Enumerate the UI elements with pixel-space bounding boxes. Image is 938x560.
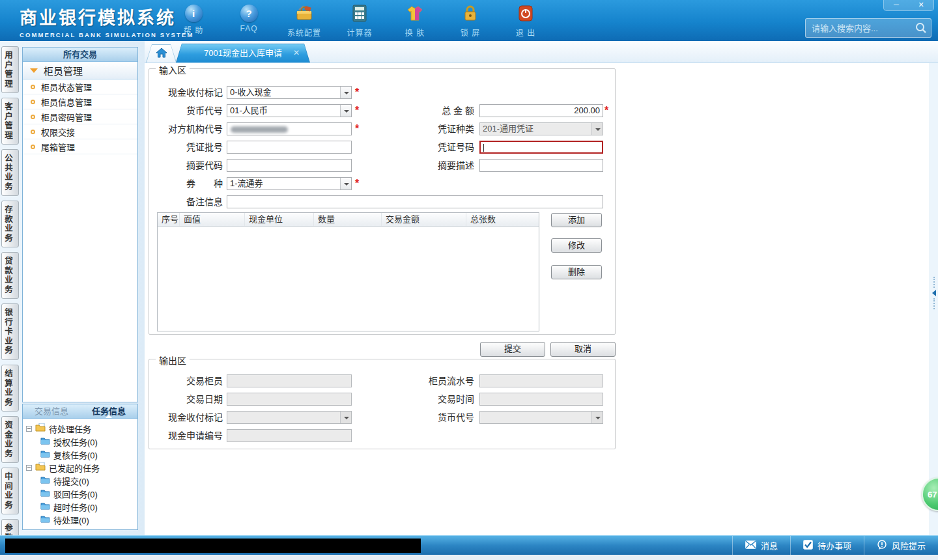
rail-tab-loan-business[interactable]: 贷款业务: [1, 252, 19, 299]
input-voucher-batch[interactable]: [227, 141, 352, 154]
sidebar-item-teller-status[interactable]: 柜员状态管理: [23, 79, 137, 94]
rail-tab-bankcard-business[interactable]: 银行卡业务: [1, 303, 19, 360]
col-cash-unit[interactable]: 现金单位: [245, 213, 314, 226]
close-button[interactable]: ✕: [909, 0, 933, 10]
bullet-ring-icon: [31, 100, 35, 104]
denomination-table[interactable]: 序号 面值 现金单位 数量 交易金额 总张数: [157, 212, 539, 331]
minimize-button[interactable]: ─: [884, 0, 909, 10]
input-section-title: 输入区: [156, 63, 190, 76]
toolbox-icon: [295, 5, 313, 25]
label-summary-code: 摘要代码: [149, 159, 223, 172]
toolbar-help[interactable]: i 帮 助: [175, 5, 212, 38]
toolbar-system-config[interactable]: 系统配置: [285, 5, 323, 38]
chevron-down-icon[interactable]: [340, 178, 351, 189]
power-icon: [517, 5, 534, 25]
select-cash-flag[interactable]: 0-收入现金: [227, 86, 352, 99]
toolbar-calculator[interactable]: 计算器: [341, 5, 378, 38]
global-search: [805, 18, 931, 38]
redacted-value: [231, 126, 288, 133]
modify-button[interactable]: 修改: [551, 238, 602, 253]
add-button[interactable]: 添加: [551, 213, 602, 227]
task-tree: 待处理任务 授权任务(0) 复核任务(0) 已发起的任务 待提交(0): [23, 419, 137, 529]
folder-page-icon: [35, 462, 46, 473]
label-txn-teller: 交易柜员: [149, 374, 223, 387]
input-counterparty-org[interactable]: [227, 122, 352, 135]
timer-badge[interactable]: 67: [922, 477, 938, 511]
tree-node-rejected-tasks[interactable]: 驳回任务(0): [23, 487, 137, 500]
sidebar-item-teller-info[interactable]: 柜员信息管理: [23, 94, 137, 109]
tab-cash-inout-application[interactable]: 7001现金出入库申请 ✕: [176, 44, 310, 63]
col-face-value[interactable]: 面值: [180, 213, 245, 226]
output-section: 输出区 交易柜员 交易日期 现金收付标记 现金申请编号 柜员流水号 交易时间 货…: [149, 359, 616, 449]
tree-node-to-submit[interactable]: 待提交(0): [23, 474, 137, 487]
select-note-type[interactable]: 1-流通券: [227, 177, 352, 190]
search-icon[interactable]: [915, 22, 927, 36]
collapse-minus-icon[interactable]: [26, 426, 32, 432]
rail-tab-user-mgmt[interactable]: 用户管理: [1, 46, 19, 93]
folder-icon: [40, 515, 50, 525]
label-counterparty-org: 对方机构代号: [149, 122, 223, 135]
tree-node-timeout-tasks[interactable]: 超时任务(0): [23, 500, 137, 513]
sidebar-section-teller-mgmt[interactable]: 柜员管理: [23, 62, 137, 79]
rail-tab-customer-mgmt[interactable]: 客户管理: [1, 98, 19, 145]
tree-node-pending-tasks[interactable]: 待处理任务: [23, 422, 137, 435]
status-messages[interactable]: 消息: [732, 536, 790, 555]
search-input[interactable]: [805, 18, 931, 38]
output-txn-time: [479, 393, 603, 406]
toolbar-lock-screen[interactable]: 锁 屏: [451, 5, 489, 38]
tree-node-auth-tasks[interactable]: 授权任务(0): [23, 435, 137, 448]
transaction-sidebar: 所有交易 柜员管理 柜员状态管理 柜员信息管理 柜员密码管理 权限交接 尾箱管理: [22, 47, 138, 402]
output-currency: [479, 411, 603, 424]
bullet-ring-icon: [31, 115, 35, 119]
tree-node-pending[interactable]: 待处理(0): [23, 513, 137, 526]
shirt-icon: [406, 5, 424, 25]
status-todo[interactable]: 待办事项: [790, 536, 864, 555]
sidebar-item-cashbox-mgmt[interactable]: 尾箱管理: [23, 139, 137, 154]
status-risk-alert[interactable]: 风险提示: [864, 536, 938, 555]
rail-tab-deposit-business[interactable]: 存款业务: [1, 201, 19, 247]
tab-home[interactable]: [146, 44, 177, 63]
select-currency-code[interactable]: 01-人民币: [227, 104, 352, 117]
col-quantity[interactable]: 数量: [314, 213, 382, 226]
input-voucher-number[interactable]: [479, 141, 603, 154]
chevron-down-icon[interactable]: [340, 105, 351, 117]
col-seq[interactable]: 序号: [158, 213, 180, 226]
output-teller-serial: [479, 374, 603, 387]
rail-tab-settlement-business[interactable]: 结算业务: [1, 365, 19, 412]
label-currency-out: 货币代号: [403, 411, 474, 424]
tree-node-review-tasks[interactable]: 复核任务(0): [23, 448, 137, 461]
input-remark[interactable]: [227, 195, 603, 208]
input-summary-code[interactable]: [227, 159, 352, 172]
rail-tab-intermediate-business[interactable]: 中间业务: [1, 468, 19, 514]
tab-close-icon[interactable]: ✕: [293, 48, 300, 57]
collapse-minus-icon[interactable]: [26, 465, 32, 471]
input-total-amount[interactable]: 200.00: [479, 104, 603, 117]
required-mark: *: [355, 122, 359, 136]
toolbar-change-skin[interactable]: 换 肤: [396, 5, 434, 38]
submit-button[interactable]: 提交: [480, 342, 545, 357]
envelope-icon: [745, 540, 756, 551]
required-mark: *: [355, 104, 359, 118]
col-txn-amount[interactable]: 交易金额: [382, 213, 466, 226]
sidebar-item-authority-handover[interactable]: 权限交接: [23, 124, 137, 139]
rail-tab-funds-business[interactable]: 资金业务: [1, 416, 19, 463]
label-txn-date: 交易日期: [149, 393, 223, 406]
rail-tab-public-business[interactable]: 公共业务: [1, 149, 19, 196]
panel-collapse-handle[interactable]: [931, 277, 937, 309]
tab-transaction-info[interactable]: 交易信息: [23, 404, 80, 418]
tab-task-info[interactable]: 任务信息: [80, 404, 137, 418]
form-content: 输入区 现金收付标记 0-收入现金 * 货币代号 01-人民币 * 对方机构代号…: [145, 63, 938, 535]
input-summary-desc[interactable]: [479, 159, 603, 172]
chevron-down-icon[interactable]: [340, 87, 351, 98]
sidebar-item-teller-password[interactable]: 柜员密码管理: [23, 109, 137, 124]
cancel-button[interactable]: 取消: [550, 342, 616, 357]
label-voucher-batch: 凭证批号: [149, 141, 223, 154]
denomination-table-header: 序号 面值 现金单位 数量 交易金额 总张数: [158, 213, 539, 227]
toolbar-faq[interactable]: ? FAQ: [230, 5, 268, 38]
label-cash-flag-out: 现金收付标记: [149, 411, 223, 424]
col-total-sheets[interactable]: 总张数: [466, 213, 538, 226]
delete-button[interactable]: 删除: [551, 265, 602, 279]
toolbar-exit[interactable]: 退 出: [507, 5, 545, 38]
tree-node-initiated-tasks[interactable]: 已发起的任务: [23, 461, 137, 474]
label-voucher-number: 凭证号码: [403, 141, 474, 154]
